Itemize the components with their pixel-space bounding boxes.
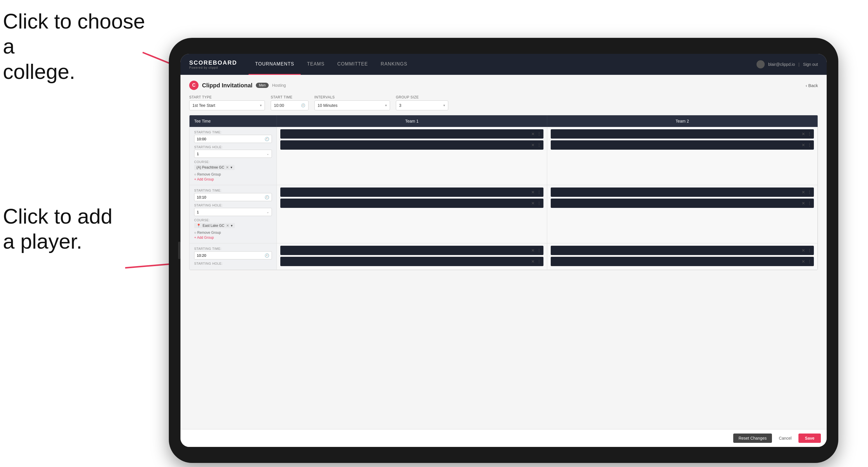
player-slot-2-1[interactable]: ✕ ⋮	[551, 129, 814, 138]
group-row-1: STARTING TIME: 10:00 🕙 STARTING HOLE: 1 …	[189, 127, 818, 185]
cancel-button[interactable]: Cancel	[775, 434, 795, 443]
expand-icon[interactable]: ⋮	[537, 248, 541, 253]
player-slot-1-2[interactable]: ✕ ⋮	[280, 140, 544, 150]
close-icon[interactable]: ✕	[802, 201, 805, 206]
action-bar: Reset Changes Cancel Save	[181, 429, 827, 447]
nav-avatar	[756, 60, 765, 68]
back-button[interactable]: ‹ Back	[806, 83, 818, 88]
starting-time-field-3[interactable]: 10:20 🕙	[194, 251, 272, 259]
expand-icon[interactable]: ⋮	[807, 190, 811, 194]
course-remove-icon-2[interactable]: ✕	[226, 224, 229, 228]
close-icon[interactable]: ✕	[531, 143, 535, 147]
save-button[interactable]: Save	[799, 434, 821, 443]
annotation-bottom-line1: Click to add	[3, 205, 112, 228]
nav-bar: SCOREBOARD Powered by clippd TOURNAMENTS…	[181, 54, 827, 75]
chevron-down-icon: ▾	[385, 103, 387, 107]
group-left-1: STARTING TIME: 10:00 🕙 STARTING HOLE: 1 …	[189, 127, 277, 185]
tablet-screen: SCOREBOARD Powered by clippd TOURNAMENTS…	[181, 54, 827, 447]
nav-tabs: TOURNAMENTS TEAMS COMMITTEE RANKINGS	[249, 54, 756, 75]
expand-icon[interactable]: ⋮	[537, 259, 541, 264]
nav-tab-rankings[interactable]: RANKINGS	[374, 54, 414, 75]
remove-group-btn-1[interactable]: ○ Remove Group	[194, 173, 272, 177]
player-slot-4-1[interactable]: ✕ ⋮	[551, 187, 814, 197]
start-type-field: Start Type 1st Tee Start ▾	[189, 95, 265, 110]
expand-icon[interactable]: ⋮	[807, 248, 811, 253]
course-label-2: COURSE:	[194, 218, 272, 222]
course-tag-2[interactable]: 📍 East Lake GC ✕ ▾	[194, 223, 235, 228]
player-slot-6-1[interactable]: ✕ ⋮	[551, 246, 814, 255]
course-tag-container-2: 📍 East Lake GC ✕ ▾	[194, 223, 272, 228]
course-tag-container-1: (A) Peachtree GC ✕ ▾	[194, 164, 272, 170]
expand-icon[interactable]: ⋮	[537, 132, 541, 136]
annotation-top-line2: college.	[3, 60, 75, 83]
expand-icon[interactable]: ⋮	[807, 201, 811, 206]
close-icon[interactable]: ✕	[802, 132, 805, 136]
add-group-btn-1[interactable]: + Add Group	[194, 177, 272, 181]
add-group-btn-2[interactable]: + Add Group	[194, 236, 272, 240]
player-slot-4-2[interactable]: ✕ ⋮	[551, 198, 814, 208]
expand-icon[interactable]: ⋮	[537, 143, 541, 147]
breadcrumb-bar: C Clippd Invitational Men Hosting ‹ Back	[189, 81, 818, 90]
start-time-input[interactable]: 10:00 🕙	[271, 100, 309, 110]
intervals-select[interactable]: 10 Minutes ▾	[314, 100, 390, 110]
close-icon[interactable]: ✕	[802, 259, 805, 264]
close-icon[interactable]: ✕	[802, 143, 805, 147]
nav-logo-title: SCOREBOARD	[189, 59, 237, 66]
nav-tab-tournaments[interactable]: TOURNAMENTS	[249, 54, 300, 75]
group-team1-col-2: ✕ ⋮ ✕ ⋮	[277, 185, 547, 243]
course-tag-1[interactable]: (A) Peachtree GC ✕ ▾	[194, 165, 235, 170]
schedule-table: Tee Time Team 1 Team 2 STARTING TIME: 10…	[189, 115, 818, 270]
nav-tab-teams[interactable]: TEAMS	[301, 54, 331, 75]
starting-time-field-2[interactable]: 10:10 🕙	[194, 193, 272, 201]
nav-signout[interactable]: Sign out	[803, 62, 818, 67]
start-type-select[interactable]: 1st Tee Start ▾	[189, 100, 265, 110]
starting-hole-field-2[interactable]: 1 ⌄	[194, 208, 272, 216]
group-size-field: Group Size 3 ▾	[396, 95, 448, 110]
course-remove-icon-1[interactable]: ✕	[226, 165, 229, 169]
starting-time-field-1[interactable]: 10:00 🕙	[194, 135, 272, 143]
close-icon[interactable]: ✕	[802, 248, 805, 253]
group-team2-col-2: ✕ ⋮ ✕ ⋮	[547, 185, 818, 243]
clock-icon: 🕙	[265, 137, 269, 141]
remove-group-btn-2[interactable]: ○ Remove Group	[194, 230, 272, 235]
close-icon[interactable]: ✕	[531, 248, 535, 253]
group-size-label: Group Size	[396, 95, 448, 99]
annotation-top-line1: Click to choose a	[3, 10, 145, 58]
close-icon[interactable]: ✕	[531, 132, 535, 136]
close-icon[interactable]: ✕	[531, 201, 535, 206]
close-icon[interactable]: ✕	[531, 259, 535, 264]
settings-bar: Start Type 1st Tee Start ▾ Start Time 10…	[189, 95, 818, 110]
col-team1: Team 1	[277, 115, 547, 127]
starting-hole-field-1[interactable]: 1 ⌄	[194, 150, 272, 158]
nav-tab-committee[interactable]: COMMITTEE	[331, 54, 374, 75]
close-icon[interactable]: ✕	[531, 190, 535, 194]
expand-icon[interactable]: ⋮	[807, 132, 811, 136]
chevron-icon: ⌄	[266, 152, 269, 156]
starting-hole-label-3: STARTING HOLE:	[194, 262, 272, 265]
player-slot-2-2[interactable]: ✕ ⋮	[551, 140, 814, 150]
reset-button[interactable]: Reset Changes	[733, 434, 772, 443]
player-slot-6-2[interactable]: ✕ ⋮	[551, 257, 814, 266]
expand-icon[interactable]: ⋮	[537, 190, 541, 194]
group-row-2: STARTING TIME: 10:10 🕙 STARTING HOLE: 1 …	[189, 185, 818, 243]
schedule-header: Tee Time Team 1 Team 2	[189, 115, 818, 127]
content-area: C Clippd Invitational Men Hosting ‹ Back…	[181, 75, 827, 429]
clippd-logo: C	[189, 81, 198, 90]
group-size-select[interactable]: 3 ▾	[396, 100, 448, 110]
player-slot-5-2[interactable]: ✕ ⋮	[280, 257, 544, 266]
clock-icon: 🕙	[265, 253, 269, 258]
player-slot-3-2[interactable]: ✕ ⋮	[280, 198, 544, 208]
intervals-label: Intervals	[314, 95, 390, 99]
starting-time-label-1: STARTING TIME:	[194, 130, 272, 134]
expand-icon[interactable]: ⋮	[537, 201, 541, 206]
player-slot-3-1[interactable]: ✕ ⋮	[280, 187, 544, 197]
breadcrumb-left: C Clippd Invitational Men Hosting	[189, 81, 286, 90]
course-label-1: COURSE:	[194, 160, 272, 164]
close-icon[interactable]: ✕	[802, 190, 805, 194]
expand-icon[interactable]: ⋮	[807, 143, 811, 147]
expand-icon[interactable]: ⋮	[807, 259, 811, 264]
player-slot-1-1[interactable]: ✕ ⋮	[280, 129, 544, 138]
group-left-3: STARTING TIME: 10:20 🕙 STARTING HOLE:	[189, 243, 277, 270]
nav-user: blair@clippd.io | Sign out	[756, 60, 818, 68]
player-slot-5-1[interactable]: ✕ ⋮	[280, 246, 544, 255]
